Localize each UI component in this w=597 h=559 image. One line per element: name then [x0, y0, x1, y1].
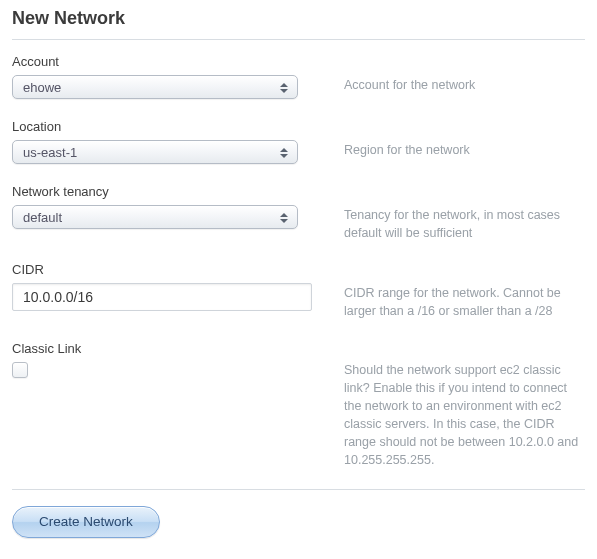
- account-select-value: ehowe: [23, 80, 61, 95]
- field-location: Location us-east-1 Region for the networ…: [12, 119, 585, 164]
- location-label: Location: [12, 119, 332, 134]
- field-cidr: CIDR CIDR range for the network. Cannot …: [12, 262, 585, 320]
- divider: [12, 39, 585, 40]
- tenancy-select-value: default: [23, 210, 62, 225]
- classic-link-label: Classic Link: [12, 341, 332, 356]
- field-account: Account ehowe Account for the network: [12, 54, 585, 99]
- tenancy-select[interactable]: default: [12, 205, 298, 229]
- classic-link-checkbox[interactable]: [12, 362, 28, 378]
- page-title: New Network: [12, 6, 585, 39]
- location-select-value: us-east-1: [23, 145, 77, 160]
- classic-link-help-text: Should the network support ec2 classic l…: [332, 341, 585, 470]
- divider: [12, 489, 585, 490]
- tenancy-help-text: Tenancy for the network, in most cases d…: [332, 184, 585, 242]
- tenancy-label: Network tenancy: [12, 184, 332, 199]
- field-tenancy: Network tenancy default Tenancy for the …: [12, 184, 585, 242]
- updown-icon: [277, 79, 291, 97]
- cidr-help-text: CIDR range for the network. Cannot be la…: [332, 262, 585, 320]
- create-network-button[interactable]: Create Network: [12, 506, 160, 538]
- updown-icon: [277, 209, 291, 227]
- field-classic-link: Classic Link Should the network support …: [12, 341, 585, 470]
- account-help-text: Account for the network: [332, 54, 585, 94]
- cidr-input[interactable]: [12, 283, 312, 311]
- account-select[interactable]: ehowe: [12, 75, 298, 99]
- location-select[interactable]: us-east-1: [12, 140, 298, 164]
- updown-icon: [277, 144, 291, 162]
- account-label: Account: [12, 54, 332, 69]
- location-help-text: Region for the network: [332, 119, 585, 159]
- cidr-label: CIDR: [12, 262, 332, 277]
